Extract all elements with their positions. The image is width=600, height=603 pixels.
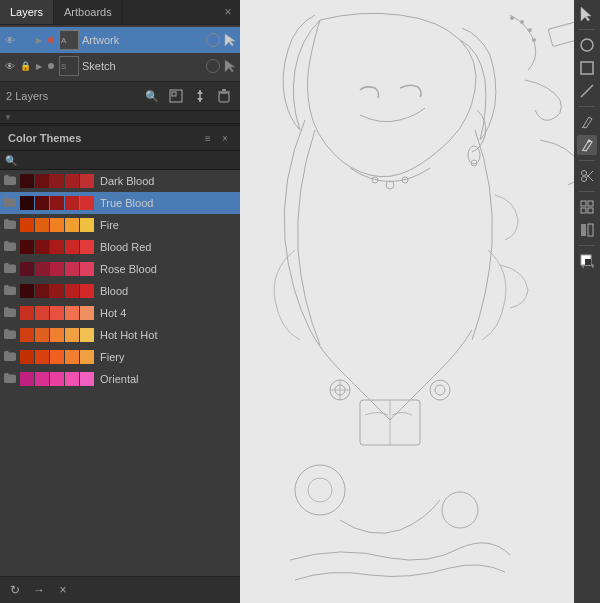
theme-row[interactable]: Rose Blood: [0, 258, 240, 280]
layer-row-sketch[interactable]: 👁 🔒 ▶ S Sketch: [0, 53, 240, 79]
color-themes-header: Color Themes ≡ ×: [0, 126, 240, 151]
svg-rect-49: [581, 224, 586, 236]
layer-target-sketch[interactable]: [206, 59, 220, 73]
left-panel: Layers Artboards × 👁 ▶ A Artwork: [0, 0, 240, 603]
search-input[interactable]: [21, 154, 235, 166]
theme-row[interactable]: Dark Blood: [0, 170, 240, 192]
collapse-icon[interactable]: ▼: [4, 113, 12, 121]
theme-row[interactable]: Blood: [0, 280, 240, 302]
layer-target-artwork[interactable]: [206, 33, 220, 47]
layer-expand-artwork[interactable]: ▶: [32, 33, 46, 47]
color-themes-controls: ≡ ×: [201, 131, 232, 145]
panel-tabs: Layers Artboards ×: [0, 0, 240, 25]
swatch: [35, 196, 49, 210]
tool-ellipse[interactable]: [577, 35, 597, 55]
themes-save-button[interactable]: →: [30, 581, 48, 599]
tool-pen-active[interactable]: [577, 135, 597, 155]
theme-swatches: [20, 306, 94, 320]
tool-grid[interactable]: [577, 197, 597, 217]
layers-move-button[interactable]: [190, 86, 210, 106]
swatch: [80, 350, 94, 364]
svg-rect-47: [581, 208, 586, 213]
swatch: [35, 306, 49, 320]
tool-scissors[interactable]: [577, 166, 597, 186]
layers-search-button[interactable]: 🔍: [142, 86, 162, 106]
theme-row[interactable]: Hot 4: [0, 302, 240, 324]
tool-rect[interactable]: [577, 58, 597, 78]
svg-point-25: [532, 38, 536, 42]
theme-row[interactable]: Blood Red: [0, 236, 240, 258]
layers-list: 👁 ▶ A Artwork 👁 🔒 ▶ S: [0, 25, 240, 81]
swatch: [50, 174, 64, 188]
svg-marker-10: [197, 98, 203, 102]
layer-expand-sketch[interactable]: ▶: [32, 59, 46, 73]
swatch: [65, 306, 79, 320]
svg-point-35: [581, 39, 593, 51]
swatch: [20, 350, 34, 364]
tool-fill[interactable]: [577, 251, 597, 271]
layers-make-sublayer-button[interactable]: [166, 86, 186, 106]
swatch: [65, 196, 79, 210]
tool-line[interactable]: [577, 81, 597, 101]
theme-name: Dark Blood: [100, 175, 236, 187]
swatch: [50, 218, 64, 232]
svg-marker-2: [225, 34, 235, 46]
layer-visibility-sketch[interactable]: 👁: [2, 58, 18, 74]
svg-point-42: [582, 177, 587, 182]
themes-footer-container: ↻ Refresh → ×: [0, 576, 240, 603]
themes-delete-button[interactable]: ×: [54, 581, 72, 599]
tool-pen[interactable]: [577, 112, 597, 132]
layer-lock-sketch[interactable]: 🔒: [18, 59, 32, 73]
layers-section: Layers Artboards × 👁 ▶ A Artwork: [0, 0, 240, 110]
theme-swatches: [20, 328, 94, 342]
svg-text:S: S: [61, 62, 66, 71]
theme-swatches: [20, 240, 94, 254]
color-themes-section: Color Themes ≡ × 🔍 Dark BloodTrue BloodF…: [0, 124, 240, 603]
search-icon: 🔍: [5, 155, 17, 166]
swatch: [65, 218, 79, 232]
swatch: [80, 218, 94, 232]
swatch: [35, 218, 49, 232]
swatch: [80, 240, 94, 254]
theme-row[interactable]: Fire: [0, 214, 240, 236]
theme-row[interactable]: Oriental: [0, 368, 240, 390]
svg-rect-53: [585, 259, 591, 265]
swatch: [65, 372, 79, 386]
swatch: [20, 262, 34, 276]
theme-row[interactable]: True Blood: [0, 192, 240, 214]
swatch: [50, 328, 64, 342]
svg-rect-45: [581, 201, 586, 206]
svg-point-41: [582, 171, 587, 176]
tool-select[interactable]: [577, 4, 597, 24]
toolbar-divider-2: [579, 106, 595, 107]
theme-folder-icon: [4, 263, 18, 275]
layer-visibility-artwork[interactable]: 👁: [2, 32, 18, 48]
layer-name-sketch: Sketch: [82, 60, 204, 72]
layers-delete-button[interactable]: [214, 86, 234, 106]
color-themes-close[interactable]: ×: [218, 131, 232, 145]
svg-point-24: [528, 28, 532, 32]
swatch: [35, 174, 49, 188]
theme-name: Blood: [100, 285, 236, 297]
svg-point-23: [520, 20, 524, 24]
layer-lock-artwork[interactable]: [18, 33, 32, 47]
tab-artboards[interactable]: Artboards: [54, 0, 123, 24]
theme-name: True Blood: [100, 197, 236, 209]
swatch: [65, 262, 79, 276]
layer-name-artwork: Artwork: [82, 34, 204, 46]
color-themes-menu[interactable]: ≡: [201, 131, 215, 145]
svg-rect-7: [172, 92, 176, 96]
theme-row[interactable]: Fiery: [0, 346, 240, 368]
layers-footer: 2 Layers 🔍: [0, 81, 240, 110]
panel-collapse-bar: ▼: [0, 110, 240, 124]
layers-close-button[interactable]: ×: [220, 4, 236, 20]
swatch: [50, 350, 64, 364]
theme-folder-icon: [4, 329, 18, 341]
theme-row[interactable]: Hot Hot Hot: [0, 324, 240, 346]
tool-blend[interactable]: [577, 220, 597, 240]
tab-layers[interactable]: Layers: [0, 0, 54, 24]
swatch: [80, 306, 94, 320]
refresh-button[interactable]: ↻ Refresh: [6, 581, 24, 599]
swatch: [80, 284, 94, 298]
layer-row-artwork[interactable]: 👁 ▶ A Artwork: [0, 27, 240, 53]
